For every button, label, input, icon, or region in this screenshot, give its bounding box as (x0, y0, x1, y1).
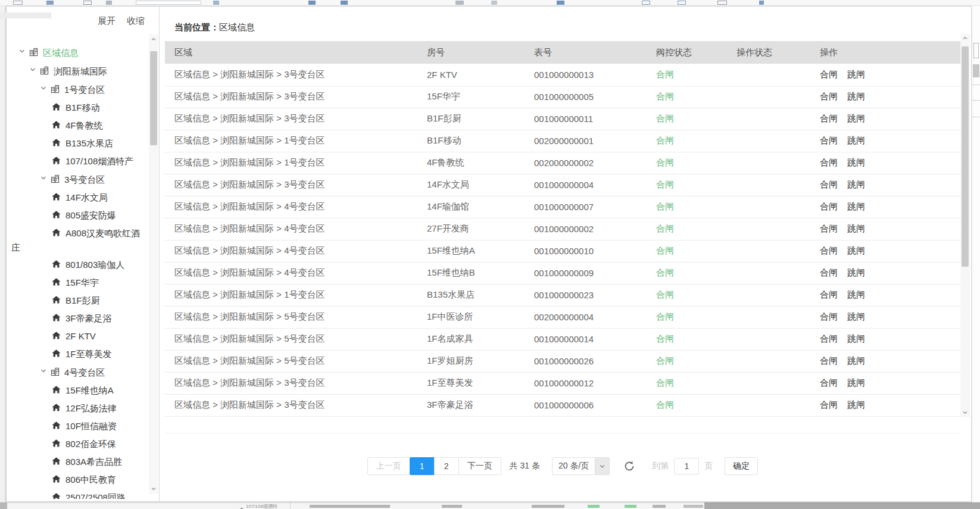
close-switch-link[interactable]: 合闸 (820, 311, 838, 321)
tree-branch[interactable]: 4号变台区 (7, 363, 149, 382)
tree-indent (11, 145, 52, 146)
tree-leaf[interactable]: 15F华宇 (7, 274, 149, 292)
tree-leaf[interactable]: A808汉麦鸣歌红酒庄 (7, 224, 149, 256)
close-switch-link[interactable]: 合闸 (820, 223, 838, 233)
trip-switch-link[interactable]: 跳闸 (847, 91, 865, 101)
table-scrollbar[interactable] (960, 33, 970, 417)
meter-cell: 001000000002 (525, 218, 647, 240)
goto-page-input[interactable] (674, 458, 699, 474)
tree-leaf[interactable]: 15F维也纳A (7, 382, 149, 399)
tree-leaf[interactable]: 803A希吉品胜 (7, 453, 149, 471)
meter-cell: 001000000005 (525, 86, 647, 108)
tree-indent (11, 428, 52, 429)
close-switch-link[interactable]: 合闸 (820, 91, 838, 101)
trip-switch-link[interactable]: 跳闸 (847, 179, 865, 189)
trip-switch-link[interactable]: 跳闸 (847, 69, 865, 79)
tree-leaf[interactable]: 10F恒信融资 (7, 417, 149, 435)
table-row: 区域信息 > 浏阳新城国际 > 3号变台区 B1F彭厨 001000000011… (165, 108, 960, 130)
confirm-button[interactable]: 确定 (725, 457, 758, 475)
tree-indent (11, 235, 52, 236)
tree-leaf[interactable]: B135水果店 (7, 135, 149, 152)
tree-leaf[interactable]: 107/108烟酒特产 (7, 152, 149, 170)
op-status-cell (727, 196, 810, 218)
close-switch-link[interactable]: 合闸 (820, 179, 838, 189)
valve-status: 合闸 (656, 201, 674, 211)
collapse-all-button[interactable]: 收缩 (127, 15, 145, 27)
close-switch-link[interactable]: 合闸 (820, 69, 838, 79)
close-switch-link[interactable]: 合闸 (820, 113, 838, 123)
close-switch-link[interactable]: 合闸 (820, 289, 838, 299)
tree-leaf[interactable]: 3F帝豪足浴 (7, 310, 149, 327)
trip-switch-link[interactable]: 跳闸 (847, 399, 865, 410)
prev-page-button[interactable]: 上一页 (367, 457, 410, 475)
close-switch-link[interactable]: 合闸 (820, 245, 838, 255)
expand-all-button[interactable]: 展开 (98, 15, 116, 27)
table-scrollbar-thumb[interactable] (962, 46, 969, 267)
background-fragment (310, 505, 390, 508)
tree-branch[interactable]: 区域信息 (7, 43, 149, 62)
tree-branch[interactable]: 1号变台区 (7, 80, 149, 99)
trip-switch-link[interactable]: 跳闸 (847, 333, 865, 344)
scroll-down-icon[interactable] (960, 408, 970, 417)
page-button-2[interactable]: 2 (434, 457, 459, 475)
page-button-1[interactable]: 1 (410, 457, 435, 475)
home-icon (52, 330, 61, 344)
close-switch-link[interactable]: 合闸 (820, 355, 838, 366)
chevron-down-icon[interactable] (40, 82, 47, 95)
scroll-up-icon[interactable] (960, 33, 970, 43)
close-switch-link[interactable]: 合闸 (820, 135, 838, 145)
trip-switch-link[interactable]: 跳闸 (847, 113, 865, 123)
refresh-button[interactable] (623, 460, 636, 473)
tree-indent (11, 482, 52, 482)
background-line (972, 100, 980, 101)
tree-node-label: 2507/2508同路 (65, 492, 126, 499)
scroll-up-icon[interactable] (149, 35, 158, 44)
tree-leaf[interactable]: 2F KTV (7, 327, 149, 345)
trip-switch-link[interactable]: 跳闸 (847, 157, 865, 167)
meter-cell: 001000000026 (525, 350, 647, 372)
tree-scrollbar[interactable] (149, 35, 158, 494)
op-status-cell (727, 284, 810, 306)
tree-scrollbar-thumb[interactable] (150, 51, 157, 145)
trip-switch-link[interactable]: 跳闸 (847, 311, 865, 321)
trip-switch-link[interactable]: 跳闸 (847, 377, 865, 388)
tree-leaf[interactable]: 1F至尊美发 (7, 345, 149, 363)
chevron-down-icon[interactable] (29, 64, 36, 77)
close-switch-link[interactable]: 合闸 (820, 201, 838, 211)
close-switch-link[interactable]: 合闸 (820, 267, 838, 277)
tree-branch[interactable]: 浏阳新城国际 (7, 62, 149, 80)
tree-leaf[interactable]: 806中民教育 (7, 471, 149, 489)
page-size-select[interactable]: 20 条/页 (552, 457, 610, 475)
trip-switch-link[interactable]: 跳闸 (847, 245, 865, 255)
trip-switch-link[interactable]: 跳闸 (847, 355, 865, 366)
tree-leaf[interactable]: 802佰金环保 (7, 435, 149, 453)
tree-leaf[interactable]: B1F移动 (7, 99, 149, 117)
tree-leaf[interactable]: 14F水文局 (7, 189, 149, 207)
chevron-down-icon[interactable] (40, 172, 47, 185)
trip-switch-link[interactable]: 跳闸 (847, 135, 865, 145)
trip-switch-link[interactable]: 跳闸 (847, 267, 865, 277)
toolbar-icon-fragment (759, 1, 764, 5)
close-switch-link[interactable]: 合闸 (820, 399, 838, 410)
tree-branch[interactable]: 3号变台区 (7, 170, 149, 189)
close-switch-link[interactable]: 合闸 (820, 157, 838, 167)
trip-switch-link[interactable]: 跳闸 (847, 201, 865, 211)
chevron-down-icon[interactable] (18, 45, 26, 58)
tree-leaf[interactable]: 4F鲁教统 (7, 117, 149, 135)
tree-leaf[interactable]: 12F弘扬法律 (7, 399, 149, 417)
tree-leaf[interactable]: 2507/2508同路 (7, 489, 149, 499)
trip-switch-link[interactable]: 跳闸 (847, 223, 865, 233)
trip-switch-link[interactable]: 跳闸 (847, 289, 865, 299)
valve-status-cell: 合闸 (647, 240, 727, 262)
chevron-down-icon[interactable] (40, 365, 47, 378)
tree-leaf[interactable]: 805盛安防爆 (7, 207, 149, 224)
valve-status: 合闸 (656, 113, 674, 123)
scroll-down-icon[interactable] (149, 484, 158, 494)
tree-leaf[interactable]: B1F彭厨 (7, 292, 149, 310)
close-switch-link[interactable]: 合闸 (820, 333, 838, 344)
tree-leaf[interactable]: 801/803瑜伽人 (7, 256, 149, 274)
content: 当前位置：区域信息 区域 房号 表号 阀控状态 操作状态 操作 (160, 7, 971, 501)
close-switch-link[interactable]: 合闸 (820, 377, 838, 388)
next-page-button[interactable]: 下一页 (458, 457, 501, 475)
tree-indent (11, 182, 40, 182)
